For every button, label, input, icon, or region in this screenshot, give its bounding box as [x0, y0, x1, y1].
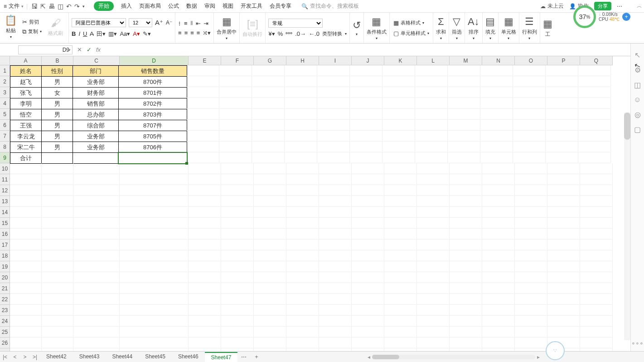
- add-sheet-button[interactable]: ＋: [250, 352, 263, 362]
- cell-J14[interactable]: [352, 207, 384, 218]
- cell-Q15[interactable]: [580, 218, 613, 229]
- cell-M20[interactable]: [450, 272, 482, 283]
- row-header-9[interactable]: 9: [0, 152, 10, 163]
- row-header-10[interactable]: 10: [0, 163, 10, 174]
- cell-I26[interactable]: [319, 338, 352, 348]
- cell-N24[interactable]: [482, 316, 515, 327]
- cell-O7[interactable]: [513, 131, 546, 142]
- cell-C4[interactable]: 销售部: [73, 98, 119, 109]
- cell-H9[interactable]: [285, 152, 317, 163]
- increase-font-icon[interactable]: A⁺: [155, 19, 163, 27]
- cell-H22[interactable]: [286, 294, 319, 305]
- cell-A6[interactable]: 王强: [10, 120, 42, 131]
- cell-N10[interactable]: [482, 163, 515, 174]
- cell-A12[interactable]: [10, 185, 42, 196]
- cell-H16[interactable]: [286, 229, 319, 240]
- cell-J25[interactable]: [352, 327, 384, 338]
- cell-D7[interactable]: 8705件: [118, 131, 187, 142]
- cell-O10[interactable]: [515, 163, 547, 174]
- cell-C21[interactable]: [73, 283, 120, 294]
- cell-D14[interactable]: [120, 207, 189, 218]
- cell-B12[interactable]: [42, 185, 73, 196]
- cell-O4[interactable]: [513, 98, 546, 109]
- cell-K13[interactable]: [384, 196, 417, 207]
- cell-B18[interactable]: [42, 250, 73, 261]
- cell-I25[interactable]: [319, 327, 352, 338]
- cell-N9[interactable]: [480, 152, 513, 163]
- tab-formula[interactable]: 公式: [168, 2, 179, 10]
- cell-H2[interactable]: [285, 76, 317, 87]
- cell-N23[interactable]: [482, 305, 515, 316]
- sheet-tab-Sheet44[interactable]: Sheet44: [106, 352, 139, 362]
- cell-C17[interactable]: [73, 240, 120, 250]
- cell-D26[interactable]: [120, 338, 189, 348]
- cell-F10[interactable]: [221, 163, 254, 174]
- pointer-tool-icon[interactable]: ↖: [634, 51, 640, 59]
- cell-E17[interactable]: [189, 240, 221, 250]
- cell-B24[interactable]: [42, 316, 73, 327]
- save-icon[interactable]: 🖫: [31, 3, 38, 10]
- cell-L13[interactable]: [417, 196, 450, 207]
- cell-N15[interactable]: [482, 218, 515, 229]
- cell-Q25[interactable]: [580, 327, 613, 338]
- col-header-I[interactable]: I: [319, 56, 352, 65]
- cell-C22[interactable]: [73, 294, 120, 305]
- cell-A2[interactable]: 赵飞: [10, 76, 42, 88]
- cell-G15[interactable]: [254, 218, 286, 229]
- cell-M10[interactable]: [450, 163, 482, 174]
- select-all-corner[interactable]: [0, 56, 10, 65]
- cell-N12[interactable]: [482, 185, 515, 196]
- cell-C25[interactable]: [73, 327, 120, 338]
- cell-H4[interactable]: [285, 98, 317, 109]
- cell-M5[interactable]: [448, 109, 480, 120]
- cell-C20[interactable]: [73, 272, 120, 283]
- cell-Q26[interactable]: [580, 338, 613, 348]
- cell-E25[interactable]: [189, 327, 221, 338]
- conditional-format-button[interactable]: ▦ 条件格式▾: [364, 13, 390, 43]
- merge-center-button[interactable]: ▦ 合并居中▾: [214, 13, 240, 43]
- border-button[interactable]: 田▾: [97, 30, 106, 38]
- distribute-icon[interactable]: ≡: [197, 29, 200, 36]
- cell-O12[interactable]: [515, 185, 547, 196]
- cell-H3[interactable]: [285, 87, 317, 98]
- cell-L25[interactable]: [417, 327, 450, 338]
- cell-P19[interactable]: [547, 261, 580, 272]
- cell-H13[interactable]: [286, 196, 319, 207]
- cell-E26[interactable]: [189, 338, 221, 348]
- cell-O19[interactable]: [515, 261, 547, 272]
- cell-B22[interactable]: [42, 294, 73, 305]
- cells-grid[interactable]: 姓名性别部门销售数量赵飞男业务部8700件张飞女财务部8701件李明男销售部87…: [10, 65, 613, 351]
- cell-M16[interactable]: [450, 229, 482, 240]
- cell-O23[interactable]: [515, 305, 547, 316]
- qat-dropdown-icon[interactable]: ▾: [82, 4, 85, 9]
- cell-O11[interactable]: [515, 174, 547, 185]
- cell-E8[interactable]: [187, 142, 219, 152]
- cell-E19[interactable]: [189, 261, 221, 272]
- cell-J23[interactable]: [352, 305, 384, 316]
- cell-G14[interactable]: [254, 207, 286, 218]
- cell-D22[interactable]: [120, 294, 189, 305]
- accept-formula-icon[interactable]: ✓: [87, 46, 92, 53]
- currency-icon[interactable]: ¥▾: [268, 30, 275, 37]
- cell-H10[interactable]: [286, 163, 319, 174]
- tab-data[interactable]: 数据: [186, 2, 197, 10]
- cell-F22[interactable]: [221, 294, 254, 305]
- cell-K23[interactable]: [384, 305, 417, 316]
- cell-C15[interactable]: [73, 218, 120, 229]
- cell-I3[interactable]: [317, 87, 350, 98]
- cell-G1[interactable]: [252, 65, 285, 76]
- cell-E24[interactable]: [189, 316, 221, 327]
- cell-N4[interactable]: [480, 98, 513, 109]
- cell-D15[interactable]: [120, 218, 189, 229]
- cell-J3[interactable]: [350, 87, 383, 98]
- cell-J18[interactable]: [352, 250, 384, 261]
- cell-F9[interactable]: [219, 152, 252, 163]
- cell-J2[interactable]: [350, 76, 383, 87]
- cell-D2[interactable]: 8700件: [118, 76, 187, 88]
- cell-C19[interactable]: [73, 261, 120, 272]
- cell-E12[interactable]: [189, 185, 221, 196]
- copy-button[interactable]: ⧉复制▾: [21, 28, 43, 36]
- cell-A20[interactable]: [10, 272, 42, 283]
- col-header-E[interactable]: E: [189, 56, 221, 65]
- cell-I23[interactable]: [319, 305, 352, 316]
